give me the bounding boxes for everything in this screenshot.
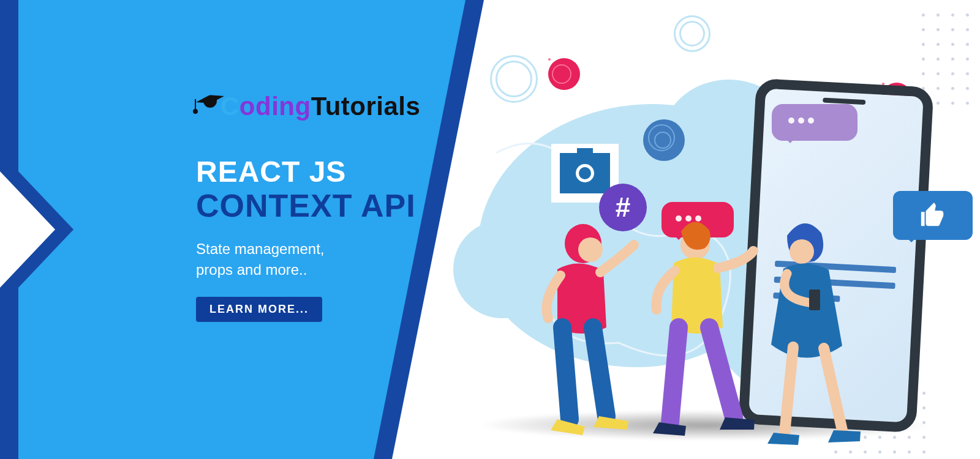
hero-content: CodingTutorials REACT JS CONTEXT API Sta…	[196, 92, 420, 322]
learn-more-button[interactable]: LEARN MORE...	[196, 297, 322, 322]
illustration: #	[453, 24, 980, 459]
subtitle-line-1: State management,	[196, 239, 420, 259]
person-illustration-3	[750, 217, 885, 456]
swirl-decoration	[674, 15, 710, 52]
person-illustration-2	[631, 214, 766, 447]
brand-logo: CodingTutorials	[196, 92, 420, 121]
subtitle-line-2: props and more..	[196, 259, 420, 280]
headline-line-2: CONTEXT API	[196, 187, 420, 224]
planet-decoration	[548, 58, 580, 90]
svg-point-3	[790, 239, 814, 264]
headline-line-1: REACT JS	[196, 155, 420, 188]
subtitle: State management, props and more..	[196, 239, 420, 280]
svg-point-1	[578, 237, 603, 262]
logo-word-1: oding	[239, 92, 311, 121]
camera-icon	[560, 153, 610, 193]
speech-bubble-icon	[772, 104, 858, 141]
thumbs-up-icon	[893, 191, 973, 240]
person-illustration-1	[514, 214, 643, 441]
brand-wordmark: CodingTutorials	[221, 92, 420, 121]
svg-rect-4	[809, 289, 820, 310]
logo-word-2: Tutorials	[311, 92, 421, 121]
swirl-decoration	[490, 55, 538, 103]
hero-banner: CodingTutorials REACT JS CONTEXT API Sta…	[0, 0, 980, 459]
planet-decoration	[643, 119, 685, 161]
graduation-cap-icon	[196, 92, 224, 113]
